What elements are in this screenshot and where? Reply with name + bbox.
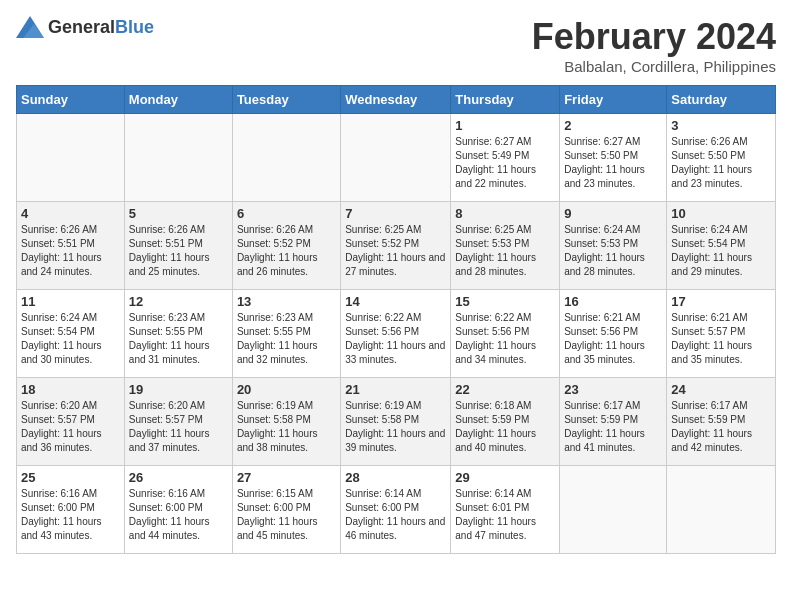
calendar-table: SundayMondayTuesdayWednesdayThursdayFrid… <box>16 85 776 554</box>
day-info: Sunrise: 6:24 AM Sunset: 5:54 PM Dayligh… <box>671 223 771 279</box>
day-info: Sunrise: 6:22 AM Sunset: 5:56 PM Dayligh… <box>455 311 555 367</box>
calendar-title: February 2024 <box>532 16 776 58</box>
day-cell <box>560 466 667 554</box>
day-info: Sunrise: 6:25 AM Sunset: 5:52 PM Dayligh… <box>345 223 446 279</box>
day-info: Sunrise: 6:15 AM Sunset: 6:00 PM Dayligh… <box>237 487 336 543</box>
day-number: 6 <box>237 206 336 221</box>
day-info: Sunrise: 6:20 AM Sunset: 5:57 PM Dayligh… <box>21 399 120 455</box>
day-number: 28 <box>345 470 446 485</box>
day-info: Sunrise: 6:14 AM Sunset: 6:00 PM Dayligh… <box>345 487 446 543</box>
day-number: 27 <box>237 470 336 485</box>
day-cell: 27Sunrise: 6:15 AM Sunset: 6:00 PM Dayli… <box>232 466 340 554</box>
logo: GeneralBlue <box>16 16 154 38</box>
day-number: 18 <box>21 382 120 397</box>
weekday-header-monday: Monday <box>124 86 232 114</box>
day-cell: 10Sunrise: 6:24 AM Sunset: 5:54 PM Dayli… <box>667 202 776 290</box>
week-row-3: 11Sunrise: 6:24 AM Sunset: 5:54 PM Dayli… <box>17 290 776 378</box>
day-info: Sunrise: 6:16 AM Sunset: 6:00 PM Dayligh… <box>129 487 228 543</box>
weekday-header-wednesday: Wednesday <box>341 86 451 114</box>
day-cell: 13Sunrise: 6:23 AM Sunset: 5:55 PM Dayli… <box>232 290 340 378</box>
day-info: Sunrise: 6:23 AM Sunset: 5:55 PM Dayligh… <box>237 311 336 367</box>
day-number: 29 <box>455 470 555 485</box>
day-cell: 6Sunrise: 6:26 AM Sunset: 5:52 PM Daylig… <box>232 202 340 290</box>
weekday-header-thursday: Thursday <box>451 86 560 114</box>
day-number: 25 <box>21 470 120 485</box>
day-cell: 25Sunrise: 6:16 AM Sunset: 6:00 PM Dayli… <box>17 466 125 554</box>
day-info: Sunrise: 6:26 AM Sunset: 5:50 PM Dayligh… <box>671 135 771 191</box>
day-info: Sunrise: 6:17 AM Sunset: 5:59 PM Dayligh… <box>671 399 771 455</box>
logo-general-text: General <box>48 17 115 37</box>
day-info: Sunrise: 6:24 AM Sunset: 5:54 PM Dayligh… <box>21 311 120 367</box>
day-cell: 1Sunrise: 6:27 AM Sunset: 5:49 PM Daylig… <box>451 114 560 202</box>
day-number: 20 <box>237 382 336 397</box>
day-cell: 19Sunrise: 6:20 AM Sunset: 5:57 PM Dayli… <box>124 378 232 466</box>
day-info: Sunrise: 6:19 AM Sunset: 5:58 PM Dayligh… <box>237 399 336 455</box>
day-info: Sunrise: 6:27 AM Sunset: 5:50 PM Dayligh… <box>564 135 662 191</box>
day-cell: 23Sunrise: 6:17 AM Sunset: 5:59 PM Dayli… <box>560 378 667 466</box>
day-number: 10 <box>671 206 771 221</box>
day-info: Sunrise: 6:25 AM Sunset: 5:53 PM Dayligh… <box>455 223 555 279</box>
weekday-header-sunday: Sunday <box>17 86 125 114</box>
day-info: Sunrise: 6:18 AM Sunset: 5:59 PM Dayligh… <box>455 399 555 455</box>
day-cell: 15Sunrise: 6:22 AM Sunset: 5:56 PM Dayli… <box>451 290 560 378</box>
day-info: Sunrise: 6:23 AM Sunset: 5:55 PM Dayligh… <box>129 311 228 367</box>
day-cell: 20Sunrise: 6:19 AM Sunset: 5:58 PM Dayli… <box>232 378 340 466</box>
day-number: 17 <box>671 294 771 309</box>
day-cell: 12Sunrise: 6:23 AM Sunset: 5:55 PM Dayli… <box>124 290 232 378</box>
day-cell: 7Sunrise: 6:25 AM Sunset: 5:52 PM Daylig… <box>341 202 451 290</box>
day-info: Sunrise: 6:26 AM Sunset: 5:51 PM Dayligh… <box>21 223 120 279</box>
day-number: 5 <box>129 206 228 221</box>
day-number: 7 <box>345 206 446 221</box>
day-number: 2 <box>564 118 662 133</box>
day-info: Sunrise: 6:21 AM Sunset: 5:56 PM Dayligh… <box>564 311 662 367</box>
day-number: 19 <box>129 382 228 397</box>
weekday-header-tuesday: Tuesday <box>232 86 340 114</box>
day-cell: 17Sunrise: 6:21 AM Sunset: 5:57 PM Dayli… <box>667 290 776 378</box>
day-cell: 8Sunrise: 6:25 AM Sunset: 5:53 PM Daylig… <box>451 202 560 290</box>
day-number: 16 <box>564 294 662 309</box>
day-cell: 5Sunrise: 6:26 AM Sunset: 5:51 PM Daylig… <box>124 202 232 290</box>
day-number: 14 <box>345 294 446 309</box>
day-info: Sunrise: 6:20 AM Sunset: 5:57 PM Dayligh… <box>129 399 228 455</box>
day-cell: 28Sunrise: 6:14 AM Sunset: 6:00 PM Dayli… <box>341 466 451 554</box>
day-cell: 22Sunrise: 6:18 AM Sunset: 5:59 PM Dayli… <box>451 378 560 466</box>
day-info: Sunrise: 6:27 AM Sunset: 5:49 PM Dayligh… <box>455 135 555 191</box>
day-number: 21 <box>345 382 446 397</box>
day-number: 24 <box>671 382 771 397</box>
day-cell: 29Sunrise: 6:14 AM Sunset: 6:01 PM Dayli… <box>451 466 560 554</box>
week-row-1: 1Sunrise: 6:27 AM Sunset: 5:49 PM Daylig… <box>17 114 776 202</box>
day-number: 1 <box>455 118 555 133</box>
logo-icon <box>16 16 44 38</box>
weekday-header-friday: Friday <box>560 86 667 114</box>
day-number: 13 <box>237 294 336 309</box>
day-cell: 3Sunrise: 6:26 AM Sunset: 5:50 PM Daylig… <box>667 114 776 202</box>
day-cell: 11Sunrise: 6:24 AM Sunset: 5:54 PM Dayli… <box>17 290 125 378</box>
logo-blue-text: Blue <box>115 17 154 37</box>
weekday-header-row: SundayMondayTuesdayWednesdayThursdayFrid… <box>17 86 776 114</box>
day-number: 9 <box>564 206 662 221</box>
day-info: Sunrise: 6:16 AM Sunset: 6:00 PM Dayligh… <box>21 487 120 543</box>
day-cell: 4Sunrise: 6:26 AM Sunset: 5:51 PM Daylig… <box>17 202 125 290</box>
day-cell <box>667 466 776 554</box>
day-number: 11 <box>21 294 120 309</box>
calendar-subtitle: Balbalan, Cordillera, Philippines <box>532 58 776 75</box>
day-info: Sunrise: 6:26 AM Sunset: 5:51 PM Dayligh… <box>129 223 228 279</box>
day-info: Sunrise: 6:14 AM Sunset: 6:01 PM Dayligh… <box>455 487 555 543</box>
day-cell: 21Sunrise: 6:19 AM Sunset: 5:58 PM Dayli… <box>341 378 451 466</box>
day-cell <box>232 114 340 202</box>
weekday-header-saturday: Saturday <box>667 86 776 114</box>
day-number: 12 <box>129 294 228 309</box>
title-area: February 2024 Balbalan, Cordillera, Phil… <box>532 16 776 75</box>
day-number: 8 <box>455 206 555 221</box>
week-row-2: 4Sunrise: 6:26 AM Sunset: 5:51 PM Daylig… <box>17 202 776 290</box>
day-info: Sunrise: 6:17 AM Sunset: 5:59 PM Dayligh… <box>564 399 662 455</box>
day-cell: 24Sunrise: 6:17 AM Sunset: 5:59 PM Dayli… <box>667 378 776 466</box>
day-cell <box>341 114 451 202</box>
day-cell <box>124 114 232 202</box>
day-info: Sunrise: 6:22 AM Sunset: 5:56 PM Dayligh… <box>345 311 446 367</box>
week-row-4: 18Sunrise: 6:20 AM Sunset: 5:57 PM Dayli… <box>17 378 776 466</box>
day-cell: 26Sunrise: 6:16 AM Sunset: 6:00 PM Dayli… <box>124 466 232 554</box>
day-number: 15 <box>455 294 555 309</box>
week-row-5: 25Sunrise: 6:16 AM Sunset: 6:00 PM Dayli… <box>17 466 776 554</box>
day-info: Sunrise: 6:26 AM Sunset: 5:52 PM Dayligh… <box>237 223 336 279</box>
